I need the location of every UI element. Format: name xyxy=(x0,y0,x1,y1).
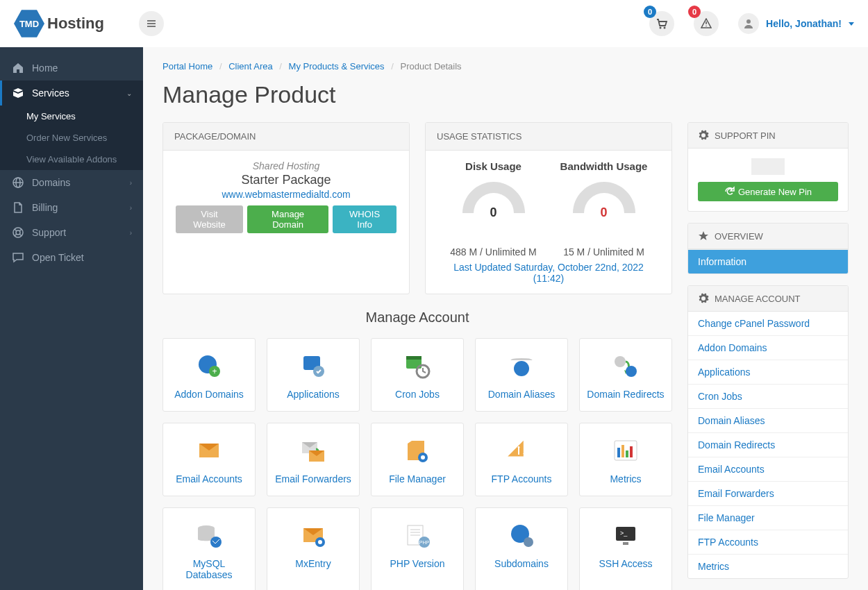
manage-list-item[interactable]: Email Accounts xyxy=(688,457,848,481)
sidebar-item-domains[interactable]: Domains › xyxy=(0,170,143,195)
manage-list-item[interactable]: Domain Aliases xyxy=(688,408,848,432)
user-greeting: Hello, Jonathan! xyxy=(766,18,842,29)
logo-text: Hosting xyxy=(47,15,104,33)
manage-list-item[interactable]: File Manager xyxy=(688,505,848,530)
chevron-right-icon: › xyxy=(130,179,132,187)
user-menu[interactable]: Hello, Jonathan! xyxy=(738,13,854,34)
svg-rect-22 xyxy=(617,448,620,457)
svg-text:+: + xyxy=(212,366,217,376)
tile-addon-domains[interactable]: +Addon Domains xyxy=(162,338,256,412)
user-avatar-icon xyxy=(738,13,759,34)
tile-label: MxEntry xyxy=(274,558,352,569)
star-icon xyxy=(698,230,709,242)
sidebar-item-label: Home xyxy=(32,62,58,74)
sidebar-item-open-ticket[interactable]: Open Ticket xyxy=(0,245,143,270)
manage-list-item[interactable]: Domain Redirects xyxy=(688,432,848,457)
manage-list-item[interactable]: Change cPanel Password xyxy=(688,312,848,335)
tile-icon: >_ xyxy=(609,521,642,550)
sidebar-sub-order-new[interactable]: Order New Services xyxy=(0,127,143,149)
tile-icon: PHP xyxy=(401,521,434,550)
breadcrumb-client[interactable]: Client Area xyxy=(228,61,273,71)
sidebar-item-label: Services xyxy=(32,87,69,99)
tile-label: Addon Domains xyxy=(170,389,248,400)
gear-icon xyxy=(698,293,709,304)
tile-email-forwarders[interactable]: Email Forwarders xyxy=(267,423,360,496)
chat-icon xyxy=(12,252,24,263)
manage-list-item[interactable]: Addon Domains xyxy=(688,335,848,360)
disk-usage-detail: 488 M / Unlimited M xyxy=(438,246,549,258)
sidebar-item-label: Domains xyxy=(32,177,70,188)
tile-icon xyxy=(609,436,642,465)
tile-cron-jobs[interactable]: Cron Jobs xyxy=(371,338,464,412)
file-icon xyxy=(12,202,24,213)
svg-text:>_: >_ xyxy=(620,530,628,537)
tile-label: Cron Jobs xyxy=(378,389,456,400)
tile-icon xyxy=(401,351,434,380)
sidebar-item-label: Support xyxy=(32,227,66,238)
disk-gauge: 0 xyxy=(462,182,525,220)
bandwidth-usage-detail: 15 M / Unlimited M xyxy=(549,246,659,258)
visit-website-button[interactable]: Visit Website xyxy=(176,205,243,233)
logo[interactable]: TMD Hosting xyxy=(14,8,104,39)
support-pin-input[interactable] xyxy=(751,158,785,175)
manage-list-item[interactable]: Metrics xyxy=(688,554,848,578)
manage-account-header: MANAGE ACCOUNT xyxy=(715,294,801,304)
overview-information-item[interactable]: Information xyxy=(688,249,848,273)
tile-mxentry[interactable]: MxEntry xyxy=(267,507,360,590)
tile-icon: + xyxy=(192,351,226,380)
tile-applications[interactable]: Applications xyxy=(267,338,360,412)
sidebar-item-services[interactable]: Services ⌄ xyxy=(0,81,143,106)
tile-label: FTP Accounts xyxy=(483,473,560,484)
tile-label: Metrics xyxy=(587,473,665,484)
sidebar-item-label: Open Ticket xyxy=(32,252,84,263)
whois-info-button[interactable]: WHOIS Info xyxy=(333,205,397,233)
tile-ftp-accounts[interactable]: FTP Accounts xyxy=(475,423,568,496)
tile-metrics[interactable]: Metrics xyxy=(579,423,672,496)
cart-icon xyxy=(656,18,667,29)
tile-domain-aliases[interactable]: Domain Aliases xyxy=(475,338,568,412)
sidebar-sub-my-services[interactable]: My Services xyxy=(0,106,143,127)
usage-last-updated: Last Updated Saturday, October 22nd, 202… xyxy=(438,262,659,284)
manage-list-item[interactable]: Cron Jobs xyxy=(688,384,848,408)
package-name: Starter Package xyxy=(176,173,397,187)
globe-icon xyxy=(12,177,24,188)
alerts-button[interactable]: 0 xyxy=(694,11,719,36)
tile-subdomains[interactable]: Subdomains xyxy=(475,507,568,590)
svg-point-27 xyxy=(210,537,222,548)
tile-label: MySQL Databases xyxy=(170,558,248,580)
chevron-right-icon: › xyxy=(130,229,132,237)
tile-label: File Manager xyxy=(378,473,456,484)
sidebar-item-support[interactable]: Support › xyxy=(0,220,143,245)
tile-icon xyxy=(297,436,330,465)
sidebar-item-home[interactable]: Home xyxy=(0,56,143,81)
manage-list-item[interactable]: Applications xyxy=(688,360,848,384)
svg-rect-25 xyxy=(630,446,633,457)
cart-button[interactable]: 0 xyxy=(649,11,674,36)
tile-file-manager[interactable]: File Manager xyxy=(371,423,464,496)
logo-badge-icon: TMD xyxy=(14,8,44,39)
generate-pin-button[interactable]: Generate New Pin xyxy=(698,182,838,201)
tile-label: Domain Redirects xyxy=(587,389,665,400)
chevron-down-icon: ⌄ xyxy=(126,90,132,97)
menu-toggle-button[interactable] xyxy=(139,11,164,36)
tile-mysql-databases[interactable]: MySQL Databases xyxy=(162,507,256,590)
breadcrumb-home[interactable]: Portal Home xyxy=(162,61,212,71)
manage-list-item[interactable]: FTP Accounts xyxy=(688,530,848,554)
tile-label: PHP Version xyxy=(378,558,456,569)
tile-domain-redirects[interactable]: Domain Redirects xyxy=(579,338,672,412)
manage-list-item[interactable]: Email Forwarders xyxy=(688,481,848,505)
tile-icon xyxy=(401,436,434,465)
svg-point-16 xyxy=(514,361,529,376)
tile-icon xyxy=(505,351,538,380)
sidebar-item-billing[interactable]: Billing › xyxy=(0,195,143,220)
tile-label: Email Forwarders xyxy=(274,473,352,484)
sidebar-sub-addons[interactable]: View Available Addons xyxy=(0,149,143,170)
svg-rect-40 xyxy=(623,542,628,545)
breadcrumb-products[interactable]: My Products & Services xyxy=(289,61,385,71)
tile-php-version[interactable]: PHPPHP Version xyxy=(371,507,464,590)
package-domain-link[interactable]: www.webmastermedialtd.com xyxy=(222,189,350,200)
tile-ssh-access[interactable]: >_SSH Access xyxy=(579,507,672,590)
tile-email-accounts[interactable]: Email Accounts xyxy=(162,423,256,496)
bandwidth-gauge-value: 0 xyxy=(573,205,635,220)
manage-domain-button[interactable]: Manage Domain xyxy=(247,205,328,233)
